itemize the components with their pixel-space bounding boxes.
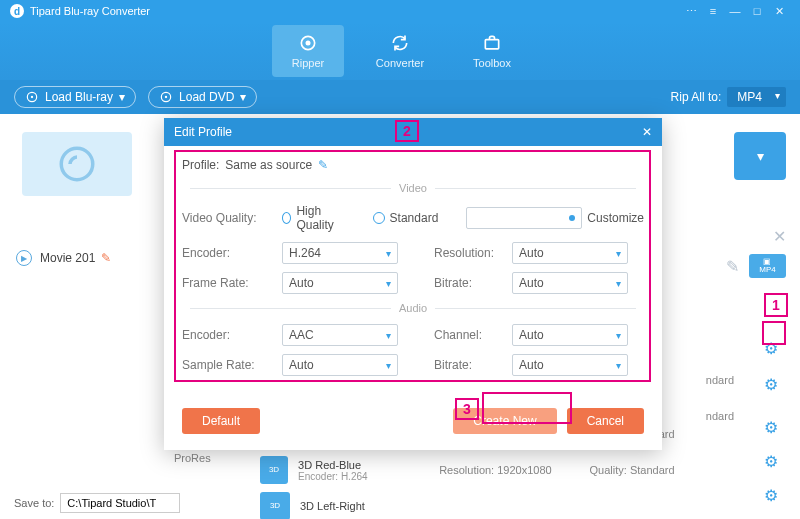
movie-name: Movie 201 bbox=[40, 251, 95, 265]
close-window-icon[interactable]: ✕ bbox=[768, 5, 790, 18]
svg-point-4 bbox=[31, 96, 33, 98]
radio-label: High Quality bbox=[296, 204, 344, 232]
chevron-down-icon: ▾ bbox=[240, 90, 246, 104]
video-quality-radios: Video Quality: High Quality Standard Cus… bbox=[182, 204, 644, 232]
profile-line: Profile: Same as source ✎ bbox=[182, 158, 644, 172]
chevron-down-icon: ▾ bbox=[757, 148, 764, 164]
radio-high-quality[interactable]: High Quality bbox=[282, 204, 345, 232]
dialog-header: Edit Profile ✕ bbox=[164, 118, 662, 146]
channel-select[interactable]: Auto bbox=[512, 324, 628, 346]
audio-section-label: Audio bbox=[182, 302, 644, 314]
edit-icon[interactable]: ✎ bbox=[318, 158, 328, 172]
action-bar: Load Blu-ray ▾ Load DVD ▾ Rip All to: MP… bbox=[0, 80, 800, 114]
preset-gears: ⚙ ⚙ ⚙ bbox=[762, 418, 780, 504]
dialog-title: Edit Profile bbox=[174, 125, 232, 139]
audio-bitrate-select[interactable]: Auto bbox=[512, 354, 628, 376]
format-large-dropdown[interactable]: ▾ bbox=[734, 132, 786, 180]
rip-format-select[interactable]: MP4 bbox=[727, 87, 786, 107]
profile-label: Profile: bbox=[182, 158, 219, 172]
svg-rect-2 bbox=[485, 40, 498, 49]
menu-icon[interactable]: ≡ bbox=[702, 5, 724, 17]
sample-rate-select[interactable]: Auto bbox=[282, 354, 398, 376]
sample-rate-label: Sample Rate: bbox=[182, 358, 282, 372]
radio-customize[interactable]: Customize bbox=[466, 207, 644, 229]
title-bar: d Tipard Blu-ray Converter ⋯ ≡ — □ ✕ bbox=[0, 0, 800, 22]
encoder-label: Encoder: bbox=[182, 328, 282, 342]
bluray-icon bbox=[56, 143, 98, 185]
preset-quality: Quality: Standard bbox=[590, 464, 730, 476]
video-encoder-select[interactable]: H.264 bbox=[282, 242, 398, 264]
frame-rate-select[interactable]: Auto bbox=[282, 272, 398, 294]
video-section-label: Video bbox=[182, 182, 644, 194]
load-dvd-label: Load DVD bbox=[179, 90, 234, 104]
preset-title: 3D Left-Right bbox=[300, 500, 440, 512]
resolution-select[interactable]: Auto bbox=[512, 242, 628, 264]
rip-all-to: Rip All to: MP4 bbox=[671, 87, 786, 107]
chevron-down-icon: ▾ bbox=[119, 90, 125, 104]
format-chip-label: MP4 bbox=[759, 265, 775, 274]
video-bitrate-select[interactable]: Auto bbox=[512, 272, 628, 294]
tab-ripper-label: Ripper bbox=[292, 57, 324, 69]
default-button[interactable]: Default bbox=[182, 408, 260, 434]
bitrate-label: Bitrate: bbox=[434, 276, 512, 290]
minimize-icon[interactable]: — bbox=[724, 5, 746, 17]
row-actions: ✕ ✎ ▣MP4 bbox=[726, 224, 786, 284]
gear-icon[interactable]: ⚙ bbox=[762, 418, 780, 436]
maximize-icon[interactable]: □ bbox=[746, 5, 768, 17]
preset-encoder: Encoder: H.264 bbox=[298, 471, 429, 482]
close-icon[interactable]: ✕ bbox=[642, 125, 652, 139]
app-logo-icon: d bbox=[10, 4, 24, 18]
video-quality-label: Video Quality: bbox=[182, 211, 257, 225]
preset-chip-icon: 3D bbox=[260, 456, 288, 484]
bitrate-label: Bitrate: bbox=[434, 358, 512, 372]
radio-label: Customize bbox=[587, 211, 644, 225]
preset-chip-icon: 3D bbox=[260, 492, 290, 519]
format-chip[interactable]: ▣MP4 bbox=[749, 254, 786, 278]
quality-peek: ndard bbox=[706, 374, 734, 386]
toolbox-icon bbox=[482, 33, 502, 53]
load-dvd-button[interactable]: Load DVD ▾ bbox=[148, 86, 257, 108]
preset-title: 3D Red-Blue bbox=[298, 459, 429, 471]
feedback-icon[interactable]: ⋯ bbox=[680, 5, 702, 18]
edit-profile-dialog: Edit Profile ✕ Profile: Same as source ✎… bbox=[164, 118, 662, 450]
preset-row[interactable]: 3D 3D Left-Right bbox=[260, 488, 730, 519]
resolution-label: Resolution: bbox=[434, 246, 512, 260]
cancel-button[interactable]: Cancel bbox=[567, 408, 644, 434]
gear-icon[interactable]: ⚙ bbox=[762, 339, 780, 357]
svg-point-1 bbox=[306, 41, 311, 46]
save-to-input[interactable] bbox=[60, 493, 180, 513]
tab-toolbox[interactable]: Toolbox bbox=[456, 25, 528, 77]
profile-value: Same as source bbox=[225, 158, 312, 172]
tab-converter[interactable]: Converter bbox=[364, 25, 436, 77]
radio-label: Standard bbox=[390, 211, 439, 225]
radio-icon bbox=[373, 212, 385, 224]
gear-icon[interactable]: ⚙ bbox=[762, 486, 780, 504]
create-new-button[interactable]: Create New bbox=[453, 408, 556, 434]
audio-encoder-select[interactable]: AAC bbox=[282, 324, 398, 346]
gear-icon[interactable]: ⚙ bbox=[762, 375, 780, 393]
edit-icon[interactable]: ✎ bbox=[726, 257, 739, 276]
app-title: Tipard Blu-ray Converter bbox=[30, 5, 150, 17]
play-icon[interactable]: ▶ bbox=[16, 250, 32, 266]
save-to-label: Save to: bbox=[14, 497, 54, 509]
disc-icon bbox=[159, 90, 173, 104]
dialog-footer: Default Create New Cancel bbox=[164, 398, 662, 450]
edit-icon[interactable]: ✎ bbox=[101, 251, 111, 265]
svg-point-6 bbox=[165, 96, 167, 98]
preset-row[interactable]: 3D 3D Red-BlueEncoder: H.264 Resolution:… bbox=[260, 452, 730, 488]
tab-ripper[interactable]: Ripper bbox=[272, 25, 344, 77]
converter-icon bbox=[390, 33, 410, 53]
load-bluray-button[interactable]: Load Blu-ray ▾ bbox=[14, 86, 136, 108]
close-icon[interactable]: ✕ bbox=[773, 227, 786, 246]
preset-resolution: Resolution: 1920x1080 bbox=[439, 464, 579, 476]
disc-icon bbox=[25, 90, 39, 104]
load-bluray-label: Load Blu-ray bbox=[45, 90, 113, 104]
save-to: Save to: bbox=[14, 493, 180, 513]
svg-point-7 bbox=[61, 148, 93, 180]
tab-converter-label: Converter bbox=[376, 57, 424, 69]
radio-icon bbox=[282, 212, 291, 224]
rip-all-to-label: Rip All to: bbox=[671, 90, 722, 104]
radio-standard[interactable]: Standard bbox=[373, 211, 439, 225]
frame-rate-label: Frame Rate: bbox=[182, 276, 282, 290]
gear-icon[interactable]: ⚙ bbox=[762, 452, 780, 470]
